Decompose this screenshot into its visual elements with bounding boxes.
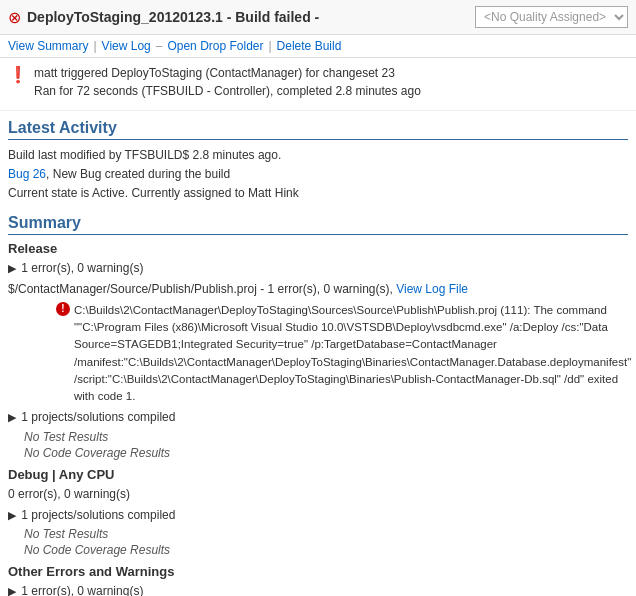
view-log-link[interactable]: View Log [102, 39, 151, 53]
open-drop-folder-link[interactable]: Open Drop Folder [167, 39, 263, 53]
debug-no-coverage: No Code Coverage Results [8, 542, 628, 558]
build-info-text: matt triggered DeployToStaging (ContactM… [34, 64, 421, 100]
activity-line2-after: , New Bug created during the build [46, 167, 230, 181]
build-info-line2: Ran for 72 seconds (TFSBUILD - Controlle… [34, 82, 421, 100]
release-title: Release [8, 241, 628, 256]
debug-errors-count: 0 error(s), 0 warning(s) [8, 487, 130, 501]
debug-projects-text: 1 projects/solutions compiled [21, 508, 175, 522]
debug-errors-line: 0 error(s), 0 warning(s) [8, 484, 628, 505]
delete-build-link[interactable]: Delete Build [277, 39, 342, 53]
toolbar-dash-1: – [156, 39, 163, 53]
other-errors-expand[interactable]: ▶ [8, 585, 16, 596]
build-failed-icon: ⊗ [8, 8, 21, 27]
debug-title: Debug | Any CPU [8, 467, 628, 482]
toolbar-separator-2: | [268, 39, 271, 53]
release-error-block: ! C:\Builds\2\ContactManager\DeployToSta… [8, 302, 628, 406]
header-bar: ⊗ DeployToStaging_20120123.1 - Build fai… [0, 0, 636, 35]
summary-section: Summary Release ▶ 1 error(s), 0 warning(… [0, 208, 636, 596]
toolbar: View Summary | View Log – Open Drop Fold… [0, 35, 636, 58]
release-projects-expand[interactable]: ▶ [8, 411, 16, 423]
latest-activity-section: Latest Activity Build last modified by T… [0, 111, 636, 208]
activity-line1: Build last modified by TFSBUILD$ 2.8 min… [8, 146, 628, 165]
other-errors-title: Other Errors and Warnings [8, 564, 628, 579]
debug-projects-line: ▶ 1 projects/solutions compiled [8, 505, 628, 526]
summary-title: Summary [8, 214, 628, 235]
build-info-icon: ❗ [8, 65, 28, 84]
release-no-test: No Test Results [8, 429, 628, 445]
debug-projects-expand[interactable]: ▶ [8, 509, 16, 521]
latest-activity-title: Latest Activity [8, 119, 628, 140]
bug-link[interactable]: Bug 26 [8, 167, 46, 181]
other-errors-line: ▶ 1 error(s), 0 warning(s) [8, 581, 628, 596]
release-expand-icon[interactable]: ▶ [8, 262, 16, 274]
quality-dropdown[interactable]: <No Quality Assigned> Good Bad Investiga… [475, 6, 628, 28]
release-projects-text: 1 projects/solutions compiled [21, 410, 175, 424]
toolbar-separator-1: | [93, 39, 96, 53]
release-error-detail: C:\Builds\2\ContactManager\DeployToStagi… [74, 302, 631, 406]
publish-path-text: $/ContactManager/Source/Publish/Publish.… [8, 282, 396, 296]
publish-path-line: $/ContactManager/Source/Publish/Publish.… [8, 279, 628, 300]
activity-line2: Bug 26, New Bug created during the build [8, 165, 628, 184]
release-error-icon: ! [56, 302, 70, 316]
activity-line3: Current state is Active. Currently assig… [8, 184, 628, 203]
release-errors-line: ▶ 1 error(s), 0 warning(s) [8, 258, 628, 279]
view-summary-link[interactable]: View Summary [8, 39, 88, 53]
activity-text: Build last modified by TFSBUILD$ 2.8 min… [8, 146, 628, 204]
release-projects-line: ▶ 1 projects/solutions compiled [8, 407, 628, 428]
other-errors-count: 1 error(s), 0 warning(s) [21, 584, 143, 596]
debug-no-test: No Test Results [8, 526, 628, 542]
page-title: DeployToStaging_20120123.1 - Build faile… [27, 9, 475, 25]
build-info: ❗ matt triggered DeployToStaging (Contac… [0, 58, 636, 111]
view-log-file-link[interactable]: View Log File [396, 282, 468, 296]
build-info-line1: matt triggered DeployToStaging (ContactM… [34, 64, 421, 82]
release-no-coverage: No Code Coverage Results [8, 445, 628, 461]
release-errors-count: 1 error(s), 0 warning(s) [21, 261, 143, 275]
